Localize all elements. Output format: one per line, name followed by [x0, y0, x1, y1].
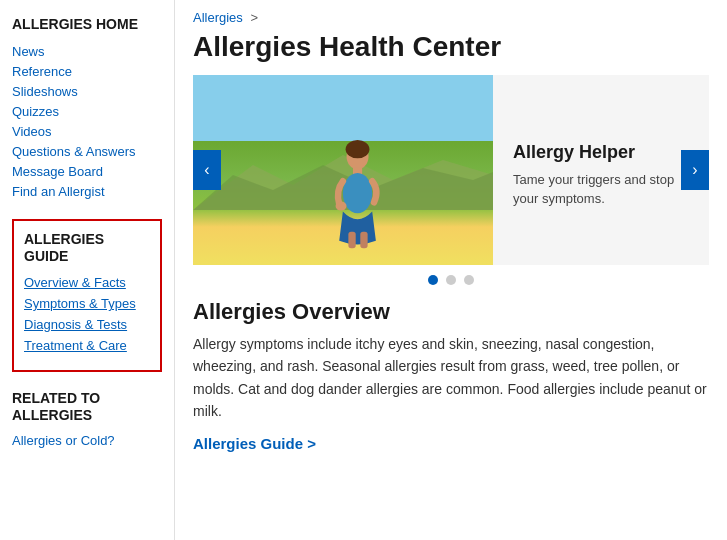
sidebar-item-reference[interactable]: Reference: [12, 63, 162, 79]
hero-prev-button[interactable]: ‹: [193, 150, 221, 190]
related-section: RELATED TO ALLERGIES Allergies or Cold?: [12, 390, 162, 448]
breadcrumb: Allergies >: [193, 10, 709, 25]
guide-item-symptoms[interactable]: Symptoms & Types: [24, 295, 150, 311]
related-title: RELATED TO ALLERGIES: [12, 390, 162, 424]
sidebar: ALLERGIES HOME News Reference Slideshows…: [0, 0, 175, 540]
sidebar-item-messageboard[interactable]: Message Board: [12, 163, 162, 179]
sidebar-link-findallergist[interactable]: Find an Allergist: [12, 184, 105, 199]
sidebar-link-slideshows[interactable]: Slideshows: [12, 84, 78, 99]
hero-text-panel: Allergy Helper Tame your triggers and st…: [493, 75, 709, 265]
svg-rect-8: [360, 232, 367, 249]
person-svg: [326, 140, 391, 250]
guide-link-diagnosis[interactable]: Diagnosis & Tests: [24, 317, 127, 332]
main-content: Allergies > Allergies Health Center ‹: [175, 0, 727, 540]
dot-3[interactable]: [464, 275, 474, 285]
page-title: Allergies Health Center: [193, 31, 709, 63]
sidebar-item-quizzes[interactable]: Quizzes: [12, 103, 162, 119]
hero-dots: [193, 275, 709, 285]
dot-2[interactable]: [446, 275, 456, 285]
sidebar-item-videos[interactable]: Videos: [12, 123, 162, 139]
sidebar-item-findallergist[interactable]: Find an Allergist: [12, 183, 162, 199]
sidebar-item-news[interactable]: News: [12, 43, 162, 59]
breadcrumb-separator: >: [250, 10, 258, 25]
hero-panel-title: Allergy Helper: [513, 142, 689, 163]
guide-item-overview[interactable]: Overview & Facts: [24, 274, 150, 290]
guide-link-treatment[interactable]: Treatment & Care: [24, 338, 127, 353]
breadcrumb-link[interactable]: Allergies: [193, 10, 243, 25]
related-link-cold[interactable]: Allergies or Cold?: [12, 433, 115, 448]
sidebar-home-title: ALLERGIES HOME: [12, 16, 162, 33]
svg-point-6: [336, 201, 347, 210]
sidebar-item-slideshows[interactable]: Slideshows: [12, 83, 162, 99]
overview-guide-link[interactable]: Allergies Guide >: [193, 435, 316, 452]
svg-point-5: [343, 173, 372, 213]
sidebar-item-qa[interactable]: Questions & Answers: [12, 143, 162, 159]
hero-panel-desc: Tame your triggers and stop your symptom…: [513, 171, 689, 207]
overview-text: Allergy symptoms include itchy eyes and …: [193, 333, 709, 423]
svg-rect-7: [348, 232, 355, 249]
allergies-guide-box: ALLERGIES GUIDE Overview & Facts Symptom…: [12, 219, 162, 373]
svg-point-3: [346, 140, 370, 158]
sidebar-link-videos[interactable]: Videos: [12, 124, 52, 139]
guide-nav: Overview & Facts Symptoms & Types Diagno…: [24, 274, 150, 353]
sidebar-link-quizzes[interactable]: Quizzes: [12, 104, 59, 119]
guide-item-diagnosis[interactable]: Diagnosis & Tests: [24, 316, 150, 332]
hero-next-button[interactable]: ›: [681, 150, 709, 190]
sidebar-link-qa[interactable]: Questions & Answers: [12, 144, 136, 159]
sidebar-link-news[interactable]: News: [12, 44, 45, 59]
guide-item-treatment[interactable]: Treatment & Care: [24, 337, 150, 353]
sidebar-link-reference[interactable]: Reference: [12, 64, 72, 79]
guide-link-symptoms[interactable]: Symptoms & Types: [24, 296, 136, 311]
sidebar-nav: News Reference Slideshows Quizzes Videos…: [12, 43, 162, 199]
dot-1[interactable]: [428, 275, 438, 285]
guide-box-title: ALLERGIES GUIDE: [24, 231, 150, 265]
hero-area: ‹: [193, 75, 709, 265]
hero-image: [193, 75, 493, 265]
overview-title: Allergies Overview: [193, 299, 709, 325]
sidebar-link-messageboard[interactable]: Message Board: [12, 164, 103, 179]
guide-link-overview[interactable]: Overview & Facts: [24, 275, 126, 290]
